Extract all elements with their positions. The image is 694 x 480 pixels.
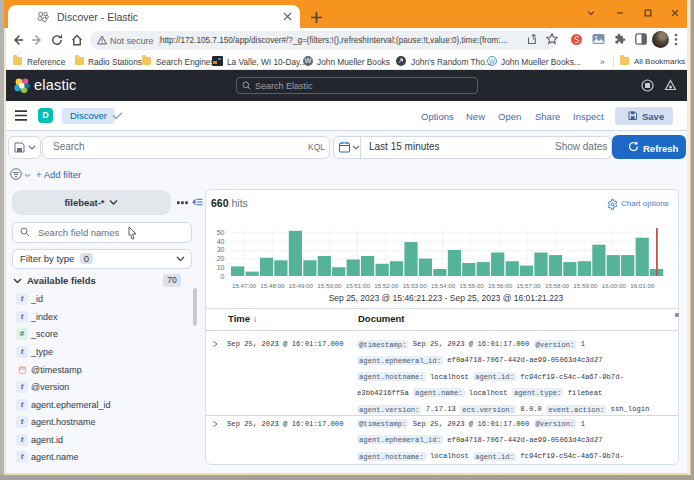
svg-text:30: 30 xyxy=(217,246,225,253)
svg-text:10: 10 xyxy=(217,264,225,271)
svg-text:40: 40 xyxy=(217,238,225,245)
svg-text:50: 50 xyxy=(217,229,225,236)
svg-text:20: 20 xyxy=(217,255,225,262)
svg-text:0: 0 xyxy=(221,273,225,280)
